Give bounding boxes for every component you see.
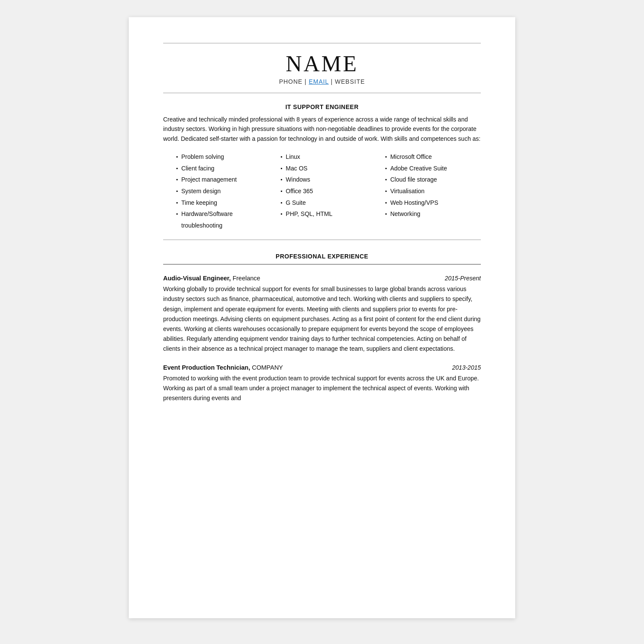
separator-1: |	[305, 78, 309, 85]
skill-item: Windows	[280, 174, 376, 185]
skill-item: G Suite	[280, 197, 376, 209]
summary-section: IT SUPPORT ENGINEER Creative and technic…	[163, 103, 481, 143]
website-text: WEBSITE	[335, 78, 365, 85]
phone-text: PHONE	[279, 78, 303, 85]
job-title-line: Event Production Technician, COMPANY	[163, 364, 283, 371]
job-company: COMPANY	[250, 364, 283, 371]
skill-item: Microsoft Office	[385, 151, 481, 163]
skill-item: Adobe Creative Suite	[385, 163, 481, 174]
skill-item: Mac OS	[280, 163, 376, 174]
job-header: Audio-Visual Engineer, Freelance2015-Pre…	[163, 275, 481, 282]
experience-top-divider	[163, 240, 481, 240]
skill-item: PHP, SQL, HTML	[280, 208, 376, 220]
summary-title: IT SUPPORT ENGINEER	[163, 103, 481, 110]
jobs-list: Audio-Visual Engineer, Freelance2015-Pre…	[163, 275, 481, 403]
job-entry: Event Production Technician, COMPANY2013…	[163, 364, 481, 403]
skill-item: System design	[176, 185, 272, 197]
skill-item: Web Hosting/VPS	[385, 197, 481, 209]
skills-column-1: Problem solvingClient facingProject mana…	[176, 151, 272, 231]
job-entry: Audio-Visual Engineer, Freelance2015-Pre…	[163, 275, 481, 354]
experience-header: PROFESSIONAL EXPERIENCE	[163, 253, 481, 264]
top-divider	[163, 43, 481, 43]
contact-line: PHONE | EMAIL | WEBSITE	[163, 78, 481, 85]
skills-column-3: Microsoft OfficeAdobe Creative SuiteClou…	[385, 151, 481, 231]
email-link[interactable]: EMAIL	[309, 78, 329, 85]
skill-item: Project management	[176, 174, 272, 185]
skill-item: Time keeping	[176, 197, 272, 209]
job-title-line: Audio-Visual Engineer, Freelance	[163, 275, 260, 282]
job-company: Freelance	[231, 275, 261, 282]
skills-section: Problem solvingClient facingProject mana…	[176, 151, 481, 231]
skills-column-2: LinuxMac OSWindowsOffice 365G SuitePHP, …	[280, 151, 376, 231]
job-title: Audio-Visual Engineer,	[163, 275, 231, 282]
separator-2: |	[331, 78, 335, 85]
experience-underline	[163, 264, 481, 264]
skill-item: Linux	[280, 151, 376, 163]
skill-item: Problem solving	[176, 151, 272, 163]
job-description: Working globally to provide technical su…	[163, 284, 481, 354]
skill-item: Office 365	[280, 185, 376, 197]
skill-item: Cloud file storage	[385, 174, 481, 185]
job-title: Event Production Technician,	[163, 364, 250, 371]
resume-page: NAME PHONE | EMAIL | WEBSITE IT SUPPORT …	[129, 17, 515, 618]
header-bottom-divider	[163, 93, 481, 93]
skill-item: Client facing	[176, 163, 272, 174]
resume-name: NAME	[163, 51, 481, 76]
skill-item: Hardware/Software troubleshooting	[176, 208, 272, 231]
job-dates: 2015-Present	[445, 275, 481, 282]
job-description: Promoted to working with the event produ…	[163, 374, 481, 403]
header-section: NAME PHONE | EMAIL | WEBSITE	[163, 51, 481, 85]
experience-title: PROFESSIONAL EXPERIENCE	[163, 253, 481, 260]
job-dates: 2013-2015	[452, 364, 481, 371]
skill-item: Virtualisation	[385, 185, 481, 197]
summary-body: Creative and technically minded professi…	[163, 115, 481, 143]
job-header: Event Production Technician, COMPANY2013…	[163, 364, 481, 371]
skill-item: Networking	[385, 208, 481, 220]
